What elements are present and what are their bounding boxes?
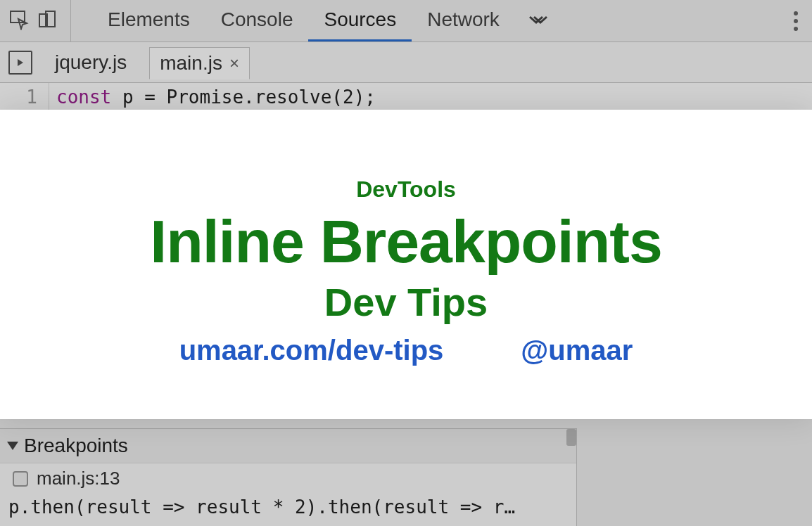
overlay-subtitle-top: DevTools [356, 177, 456, 203]
line-number-gutter: 1 [0, 83, 49, 110]
breakpoint-code-preview: p.then(result => result * 2).then(result… [0, 494, 576, 526]
devtools-panel-tabs: Elements Console Sources Network [92, 0, 549, 41]
devtools-menu-icon[interactable] [788, 6, 804, 37]
code-editor[interactable]: 1 const p = Promise.resolve(2); [0, 83, 812, 111]
topbar-icon-group [8, 0, 71, 41]
overlay-subtitle-bottom: Dev Tips [324, 279, 488, 325]
expand-triangle-icon[interactable] [7, 442, 18, 450]
more-tabs-icon[interactable] [528, 13, 549, 30]
navigator-toggle-icon[interactable] [8, 51, 32, 75]
breakpoints-panel: Breakpoints main.js:13 p.then(result => … [0, 428, 577, 526]
breakpoint-location: main.js:13 [37, 468, 120, 489]
overlay-link-handle[interactable]: @umaar [521, 335, 633, 366]
breakpoint-item[interactable]: main.js:13 [0, 463, 576, 494]
tab-console[interactable]: Console [205, 0, 309, 41]
tab-network[interactable]: Network [412, 0, 515, 41]
title-card-overlay: DevTools Inline Breakpoints Dev Tips uma… [0, 110, 812, 419]
breakpoint-checkbox[interactable] [13, 471, 28, 487]
file-tab-main[interactable]: main.js × [149, 47, 250, 79]
code-line-1[interactable]: const p = Promise.resolve(2); [49, 83, 376, 110]
file-tab-label: main.js [160, 52, 222, 75]
overlay-links-row: umaar.com/dev-tips @umaar [179, 335, 633, 366]
breakpoints-header-label: Breakpoints [24, 435, 128, 457]
close-icon[interactable]: × [229, 55, 239, 72]
tab-elements[interactable]: Elements [92, 0, 205, 41]
file-tab-label: jquery.js [55, 51, 127, 74]
scrollbar-thumb[interactable] [566, 429, 576, 446]
breakpoints-section-header[interactable]: Breakpoints [0, 429, 576, 463]
file-tab-jquery[interactable]: jquery.js [45, 47, 137, 78]
overlay-title: Inline Breakpoints [150, 207, 662, 276]
overlay-link-url[interactable]: umaar.com/dev-tips [179, 335, 444, 366]
inspect-element-icon[interactable] [8, 9, 30, 33]
sources-file-tabs: jquery.js main.js × [0, 42, 812, 83]
device-toggle-icon[interactable] [37, 9, 58, 33]
tab-sources[interactable]: Sources [308, 0, 412, 41]
devtools-topbar: Elements Console Sources Network [0, 0, 812, 42]
